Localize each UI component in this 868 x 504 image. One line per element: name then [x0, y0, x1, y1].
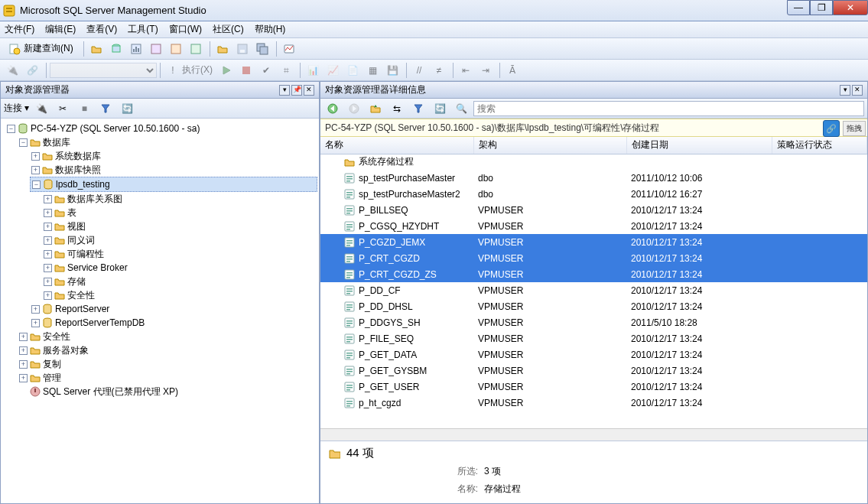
tree-toggle[interactable]: + — [19, 360, 28, 369]
comment-button[interactable]: // — [410, 62, 428, 79]
table-row[interactable]: P_CRT_CGZDVPMUSER2010/12/17 13:24 — [320, 250, 867, 266]
tree-toggle[interactable]: + — [19, 374, 28, 382]
include-actual-plan-button[interactable]: 📊 — [304, 62, 322, 79]
tree-toggle[interactable]: − — [19, 138, 28, 147]
oe-disconnect-button[interactable]: ✂ — [54, 100, 72, 117]
tree-tables[interactable]: +表 — [42, 206, 317, 219]
table-row[interactable]: P_BILLSEQVPMUSER2010/12/17 13:24 — [320, 202, 867, 218]
change-connection-button[interactable]: 🔗 — [23, 62, 41, 79]
table-row[interactable]: sp_testPurchaseMaster2dbo2011/10/12 16:2… — [320, 186, 867, 202]
menu-view[interactable]: 查看(V) — [86, 23, 117, 36]
oe-stop-button[interactable]: ■ — [75, 100, 93, 117]
table-row[interactable]: P_CGSQ_HZYDHTVPMUSER2010/12/17 13:24 — [320, 218, 867, 234]
col-created[interactable]: 创建日期 — [626, 137, 772, 154]
cancel-executing-button[interactable] — [237, 62, 255, 79]
tree-toggle[interactable]: + — [44, 291, 52, 300]
table-row[interactable]: P_GET_DATAVPMUSER2010/12/17 13:24 — [320, 346, 867, 363]
tree-toggle[interactable]: + — [31, 319, 40, 327]
nav-forward-button[interactable] — [345, 100, 363, 117]
open-button[interactable] — [213, 41, 232, 57]
tree-toggle[interactable]: − — [7, 125, 15, 133]
tool-button-1[interactable] — [107, 41, 125, 57]
table-row[interactable]: P_CGZD_JEMXVPMUSER2010/12/17 13:24 — [320, 234, 867, 250]
details-filter-button[interactable] — [409, 100, 427, 117]
tool-button-2[interactable] — [127, 41, 145, 57]
tool-button-4[interactable] — [167, 41, 185, 57]
results-text-button[interactable]: 📄 — [343, 62, 362, 79]
sync-button[interactable]: ⇆ — [388, 100, 406, 117]
tree-storage[interactable]: +存储 — [42, 275, 317, 288]
table-row[interactable]: P_GET_USERVPMUSER2010/12/17 13:24 — [320, 379, 867, 395]
decrease-indent-button[interactable]: ⇤ — [457, 62, 475, 79]
new-query-button[interactable]: 新建查询(N) — [3, 41, 79, 57]
tree-service-broker[interactable]: +Service Broker — [42, 261, 317, 275]
tree-synonyms[interactable]: +同义词 — [42, 233, 317, 247]
oe-filter-button[interactable] — [96, 100, 115, 117]
save-button[interactable] — [233, 41, 252, 57]
table-row[interactable]: P_DDGYS_SHVPMUSER2011/5/10 18:28 — [320, 314, 867, 330]
menu-file[interactable]: 文件(F) — [5, 23, 34, 36]
panel-options-button[interactable]: ▾ — [279, 85, 290, 96]
template-param-button[interactable]: Ᾱ — [503, 62, 522, 79]
table-row[interactable]: P_DD_DHSLVPMUSER2010/12/17 13:24 — [320, 298, 867, 314]
save-all-button[interactable] — [253, 41, 271, 57]
col-policy[interactable]: 策略运行状态 — [772, 137, 867, 154]
horizontal-scrollbar[interactable] — [320, 428, 867, 441]
col-name[interactable]: 名称 — [320, 137, 473, 154]
tree-replication[interactable]: +复制 — [18, 357, 317, 371]
tree-toggle[interactable]: + — [44, 278, 52, 286]
object-explorer-tree[interactable]: − PC-54-YZP (SQL Server 10.50.1600 - sa)… — [1, 119, 319, 503]
tree-system-databases[interactable]: +系统数据库 — [30, 149, 317, 163]
details-close-button[interactable]: ✕ — [852, 85, 863, 96]
menu-window[interactable]: 窗口(W) — [169, 23, 202, 36]
include-stats-button[interactable]: 📈 — [323, 62, 342, 79]
tree-views[interactable]: +视图 — [42, 219, 317, 233]
tree-toggle[interactable]: + — [44, 264, 52, 272]
tree-toggle[interactable]: + — [44, 250, 52, 259]
up-button[interactable] — [366, 100, 385, 117]
sync-tree-button[interactable]: 🔗 — [823, 120, 840, 137]
table-row[interactable]: P_FILE_SEQVPMUSER2010/12/17 13:24 — [320, 330, 867, 346]
table-row[interactable]: 系统存储过程 — [320, 154, 867, 170]
activity-monitor-button[interactable] — [280, 41, 298, 57]
oe-refresh-button[interactable]: 🔄 — [118, 100, 136, 117]
details-refresh-button[interactable]: 🔄 — [431, 100, 449, 117]
tool-button-3[interactable] — [147, 41, 165, 57]
tree-programmability[interactable]: +可编程性 — [42, 247, 317, 261]
maximize-button[interactable]: ❐ — [810, 0, 833, 15]
tree-toggle[interactable]: + — [31, 305, 40, 314]
menu-help[interactable]: 帮助(H) — [255, 23, 286, 36]
tree-databases[interactable]: − 数据库 — [18, 135, 317, 149]
tree-toggle[interactable]: + — [31, 152, 40, 161]
results-file-button[interactable]: 💾 — [383, 62, 401, 79]
table-row[interactable]: p_ht_cgzdVPMUSER2010/12/17 13:24 — [320, 395, 867, 411]
nav-back-button[interactable] — [323, 100, 342, 117]
oe-connect-button[interactable]: 🔌 — [32, 100, 50, 117]
tree-toggle[interactable]: + — [31, 166, 40, 174]
tree-management[interactable]: +管理 — [18, 371, 317, 385]
col-schema[interactable]: 架构 — [473, 137, 626, 154]
increase-indent-button[interactable]: ⇥ — [476, 62, 495, 79]
uncomment-button[interactable]: ≠ — [430, 62, 448, 79]
parse-button[interactable]: ✔ — [257, 62, 275, 79]
tree-toggle[interactable]: + — [19, 333, 28, 341]
tool-button-5[interactable] — [187, 41, 205, 57]
tree-sql-agent[interactable]: SQL Server 代理(已禁用代理 XP) — [18, 385, 317, 398]
execute-button[interactable]: !执行(X) — [164, 62, 216, 79]
menu-edit[interactable]: 编辑(E) — [45, 23, 76, 36]
tree-diagrams[interactable]: +数据库关系图 — [42, 192, 317, 206]
tree-database-snapshots[interactable]: +数据库快照 — [30, 163, 317, 177]
open-file-button[interactable] — [87, 41, 106, 57]
tree-database-lpsdb[interactable]: −lpsdb_testing — [30, 177, 317, 192]
tree-toggle[interactable]: − — [32, 180, 41, 189]
debug-button[interactable] — [217, 62, 236, 79]
tree-reportservertemp[interactable]: +ReportServerTempDB — [30, 316, 317, 330]
panel-close-button[interactable]: ✕ — [304, 85, 314, 96]
tree-server-root[interactable]: − PC-54-YZP (SQL Server 10.50.1600 - sa) — [5, 122, 317, 135]
minimize-button[interactable]: — — [787, 0, 810, 15]
database-combo[interactable] — [50, 63, 157, 78]
details-options-button[interactable]: ▾ — [840, 85, 850, 96]
tree-db-security[interactable]: +安全性 — [42, 288, 317, 302]
close-button[interactable]: ✕ — [833, 0, 868, 15]
tree-toggle[interactable]: + — [19, 346, 28, 355]
